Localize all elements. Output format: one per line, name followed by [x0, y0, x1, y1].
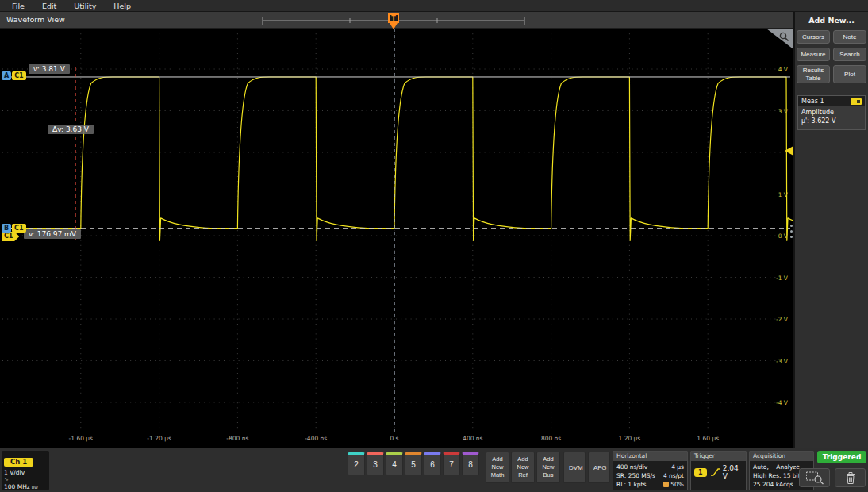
- trash-button[interactable]: [835, 468, 866, 487]
- measurement-card[interactable]: Meas 1 Amplitude μ': 3.622 V: [797, 95, 866, 129]
- channel-7-button[interactable]: 7: [443, 452, 460, 475]
- trigger-level-arrow[interactable]: [785, 146, 793, 156]
- rising-edge-icon: [710, 468, 720, 477]
- note-button[interactable]: Note: [833, 30, 866, 44]
- search-button[interactable]: Search: [833, 48, 866, 61]
- trigger-position-label: T: [391, 15, 395, 22]
- channel-8-button[interactable]: 8: [462, 452, 479, 475]
- trash-icon: [845, 471, 856, 485]
- afg-button[interactable]: AFG: [588, 452, 610, 483]
- time-label: 1.20 μs: [619, 435, 641, 442]
- trigger-panel-header: Trigger: [691, 452, 746, 461]
- time-label: 0 s: [390, 435, 398, 442]
- measurement-source-badge: [851, 98, 862, 105]
- horizontal-row-2: SR: 250 MS/s4 ns/pt: [616, 471, 684, 480]
- results-table-button[interactable]: Results Table: [797, 65, 830, 83]
- channel-buttons: 2345678: [348, 452, 479, 475]
- cursor-a-marker[interactable]: A C1: [2, 71, 26, 80]
- time-label: 400 ns: [463, 435, 482, 442]
- trigger-position-arrow-icon: [390, 23, 398, 29]
- trigger-position-indicator[interactable]: T: [388, 13, 399, 23]
- add-new-bus-button[interactable]: Add New Bus: [536, 452, 560, 483]
- cursor-b-value-label: v: 176.97 mV: [24, 229, 81, 239]
- volt-label--4V: -4 V: [776, 399, 788, 406]
- channel1-bandwidth: 100 MHz BW: [4, 483, 47, 490]
- channel1-scale-label: 1 V/div: [4, 469, 47, 476]
- channel-5-button[interactable]: 5: [405, 452, 422, 475]
- time-label: 800 ns: [541, 435, 561, 442]
- measurement-value: μ': 3.622 V: [801, 117, 862, 125]
- add-new-header: Add New...: [795, 12, 868, 25]
- panel-splitter-handle[interactable]: [790, 225, 793, 238]
- measurement-card-body: Amplitude μ': 3.622 V: [798, 106, 865, 129]
- time-label: -800 ns: [226, 435, 248, 442]
- waveform-plot: [0, 29, 793, 432]
- coupling-icon: ∿: [4, 476, 47, 483]
- menu-edit[interactable]: Edit: [33, 2, 65, 10]
- time-label: -1.60 μs: [69, 435, 93, 442]
- volt-label-4V: 4 V: [778, 66, 788, 73]
- cursors-button[interactable]: Cursors: [797, 30, 830, 44]
- horizontal-position-icon: [663, 482, 669, 487]
- volt-label-3V: 3 V: [778, 107, 788, 114]
- oscilloscope-app: FileEditUtilityHelp Waveform View T: [0, 0, 868, 492]
- cursor-a-value-label: v: 3.81 V: [29, 64, 70, 74]
- time-label: 1.60 μs: [697, 435, 719, 442]
- horizontal-row-1: 400 ns/div4 μs: [616, 463, 684, 471]
- channel-4-button[interactable]: 4: [386, 452, 403, 475]
- cursor-delta-value-label: Δv: 3.63 V: [48, 125, 94, 134]
- horizontal-panel-header: Horizontal: [613, 452, 687, 461]
- view-action-buttons: [799, 468, 866, 487]
- menu-utility[interactable]: Utility: [65, 2, 105, 10]
- horizontal-panel-body: 400 ns/div4 μsSR: 250 MS/s4 ns/ptRL: 1 k…: [613, 461, 687, 490]
- time-axis-labels: -1.60 μs-1.20 μs-800 ns-400 ns0 s400 ns8…: [0, 432, 793, 448]
- results-bar: Add New... CursorsNoteMeasureSearchResul…: [793, 12, 868, 448]
- bottom-toolbar: Ch 1 1 V/div ∿ 100 MHz BW 2345678 Add Ne…: [0, 448, 868, 492]
- volt-label--2V: -2 V: [776, 316, 788, 323]
- cursor-b-badge: B: [2, 224, 11, 233]
- time-label: -1.20 μs: [147, 435, 171, 442]
- bandwidth-icon: BW: [32, 485, 38, 490]
- volt-label--1V: -1 V: [776, 274, 788, 281]
- channel1-panel[interactable]: Ch 1 1 V/div ∿ 100 MHz BW: [2, 451, 49, 490]
- trigger-level-label: 2.04 V: [723, 464, 743, 480]
- channel1-bandwidth-label: 100 MHz: [4, 483, 30, 490]
- menu-help[interactable]: Help: [105, 2, 140, 10]
- add-new-buttons: CursorsNoteMeasureSearchResults TablePlo…: [795, 30, 868, 83]
- zoom-overview-button[interactable]: [799, 468, 830, 487]
- measure-button[interactable]: Measure: [797, 48, 830, 61]
- measurement-type: Amplitude: [801, 108, 862, 117]
- channel-6-button[interactable]: 6: [424, 452, 441, 475]
- channel-2-button[interactable]: 2: [348, 452, 365, 475]
- menu-bar: FileEditUtilityHelp: [0, 0, 868, 12]
- volt-label-0V: 0 V: [778, 233, 788, 240]
- waveform-view-title: Waveform View: [6, 15, 65, 24]
- content-row: Waveform View T v: 3.81 V: [0, 12, 868, 448]
- channel-3-button[interactable]: 3: [367, 452, 384, 475]
- trigger-source-badge: 1: [694, 468, 707, 477]
- cursor-a-channel-chip: C1: [12, 71, 25, 80]
- cursor-b-marker[interactable]: B C1: [2, 224, 26, 233]
- plot-button[interactable]: Plot: [833, 65, 866, 83]
- channel1-badge: Ch 1: [4, 458, 33, 467]
- horizontal-row-3: RL: 1 kpts50%: [616, 480, 684, 489]
- volt-label-1V: 1 V: [778, 190, 788, 198]
- cursor-a-badge: A: [2, 71, 11, 80]
- add-new-math-button[interactable]: Add New Math: [486, 452, 509, 483]
- menu-file[interactable]: File: [3, 2, 33, 10]
- measurement-card-header: Meas 1: [798, 96, 865, 106]
- cursor-b-channel-chip: C1: [12, 224, 25, 233]
- trigger-panel[interactable]: Trigger 1 2.04 V: [690, 451, 747, 490]
- trigger-status-badge: Triggered: [817, 451, 866, 463]
- trigger-panel-body: 1 2.04 V: [691, 461, 746, 482]
- dvm-button[interactable]: DVM: [563, 452, 586, 483]
- add-new-ref-button[interactable]: Add New Ref: [511, 452, 535, 483]
- waveform-view-header: Waveform View T: [0, 12, 793, 29]
- time-label: -400 ns: [305, 435, 327, 442]
- waveform-view: Waveform View T v: 3.81 V: [0, 12, 793, 448]
- add-new-source-buttons: Add New MathAdd New RefAdd New Bus: [486, 452, 560, 483]
- zoom-box-icon: [805, 471, 824, 485]
- waveform-grid[interactable]: v: 3.81 V Δv: 3.63 V v: 176.97 mV A C1 B…: [0, 29, 793, 432]
- horizontal-panel[interactable]: Horizontal 400 ns/div4 μsSR: 250 MS/s4 n…: [613, 451, 688, 490]
- measurement-title: Meas 1: [801, 98, 824, 105]
